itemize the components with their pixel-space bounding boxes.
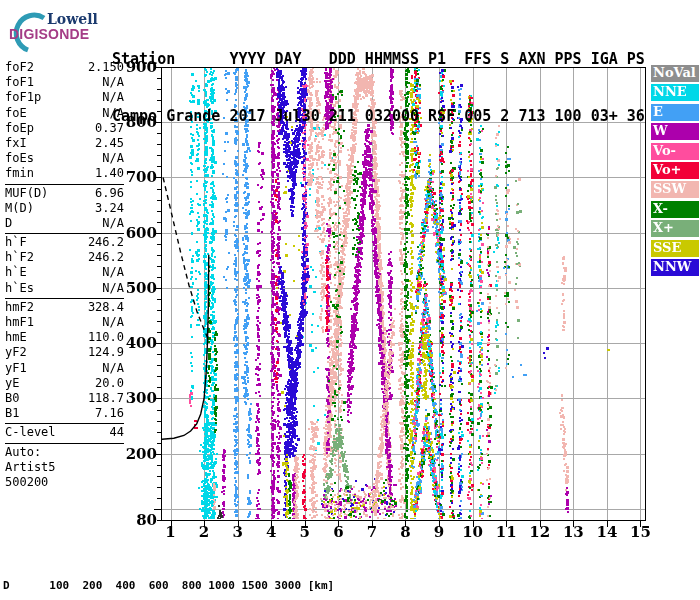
x-axis-label: 14 [592,524,622,540]
legend-item-vo: Vo+ [651,162,699,179]
legend-item-nne: NNE [651,84,699,101]
param-label: h`E [5,265,27,280]
param-row: yF2124.9 [5,345,124,360]
param-row: yE20.0 [5,376,124,391]
param-label: hmF2 [5,300,34,315]
param-row: foEsN/A [5,151,124,166]
x-axis-label: 13 [558,524,588,540]
param-label: D [5,216,12,231]
lowell-digisonde-logo: Lowell DIGISONDE [2,2,114,54]
param-label: h`Es [5,281,34,296]
y-axis-label: 800 [123,114,157,130]
param-separator [5,298,124,299]
param-value: 7.16 [95,406,124,421]
param-label: M(D) [5,201,34,216]
param-value: N/A [102,90,124,105]
param-row: hmE110.0 [5,330,124,345]
y-axis-label: 900 [123,59,157,75]
param-label: h`F [5,235,27,250]
x-axis-label: 2 [189,524,219,540]
param-label: hmF1 [5,315,34,330]
param-label: hmE [5,330,27,345]
x-axis-label: 1 [156,524,186,540]
param-value: N/A [102,216,124,231]
param-label: yF1 [5,361,27,376]
param-label: B0 [5,391,19,406]
param-row: foF22.150 [5,60,124,75]
param-value: 6.96 [95,186,124,201]
header-values-row: Campo Grande 2017 Jul30 211 032000 RSF 0… [112,107,645,126]
param-label: fmin [5,166,34,181]
param-label: fxI [5,136,27,151]
y-axis-label: 400 [123,335,157,351]
param-value: 1.40 [95,166,124,181]
param-footer-line: 500200 [5,475,124,490]
param-separator [5,443,124,444]
station-header: Station YYYY DAY DDD HHMMSS P1 FFS S AXN… [112,12,645,145]
y-axis-label: 500 [123,280,157,296]
param-value: 44 [110,425,124,440]
y-axis-label: 300 [123,390,157,406]
x-axis-label: 9 [424,524,454,540]
param-separator [5,184,124,185]
param-label: C-level [5,425,56,440]
param-row: MUF(D)6.96 [5,186,124,201]
footer-scales: D 100 200 400 600 800 1000 1500 3000 [km… [3,553,665,600]
param-value: 118.7 [88,391,124,406]
param-row: yF1N/A [5,361,124,376]
param-label: foF1p [5,90,41,105]
param-row: hmF2328.4 [5,300,124,315]
param-label: yE [5,376,19,391]
param-label: foF2 [5,60,34,75]
param-value: 2.45 [95,136,124,151]
param-row: fmin1.40 [5,166,124,181]
direction-color-legend: NoValNNEEWVo-Vo+SSWX-X+SSENNW [651,65,699,278]
param-value: N/A [102,281,124,296]
param-value: 3.24 [95,201,124,216]
param-value: 246.2 [88,250,124,265]
param-value: 20.0 [95,376,124,391]
legend-item-nnw: NNW [651,259,699,276]
param-value: 124.9 [88,345,124,360]
param-row: h`F2246.2 [5,250,124,265]
y-axis-label: 200 [123,446,157,462]
param-label: foE [5,106,27,121]
x-axis-label: 10 [458,524,488,540]
param-row: foEp0.37 [5,121,124,136]
param-footer-line: Auto: [5,445,124,460]
param-value: N/A [102,361,124,376]
legend-item-x: X+ [651,220,699,237]
y-axis-label: 80 [123,512,157,528]
param-value: 246.2 [88,235,124,250]
param-row: C-level44 [5,425,124,440]
x-axis-label: 15 [625,524,655,540]
x-axis-label: 12 [525,524,555,540]
param-row: fxI2.45 [5,136,124,151]
param-row: B0118.7 [5,391,124,406]
legend-item-vo: Vo- [651,143,699,160]
legend-item-noval: NoVal [651,65,699,82]
param-row: hmF1N/A [5,315,124,330]
legend-item-ssw: SSW [651,181,699,198]
param-label: foEs [5,151,34,166]
param-label: foF1 [5,75,34,90]
x-axis-label: 6 [323,524,353,540]
param-label: foEp [5,121,34,136]
param-value: N/A [102,151,124,166]
x-axis-label: 5 [290,524,320,540]
param-value: N/A [102,315,124,330]
param-value: N/A [102,265,124,280]
x-axis-label: 4 [256,524,286,540]
param-row: B17.16 [5,406,124,421]
d-scale-row: D 100 200 400 600 800 1000 1500 3000 [km… [3,579,665,592]
ionogram-app: { "logo": { "line1": "Lowell", "line2": … [0,0,700,600]
legend-item-e: E [651,104,699,121]
param-row: foF1N/A [5,75,124,90]
param-value: N/A [102,75,124,90]
x-axis-label: 7 [357,524,387,540]
y-axis-label: 600 [123,225,157,241]
param-separator [5,423,124,424]
header-columns-row: Station YYYY DAY DDD HHMMSS P1 FFS S AXN… [112,50,645,69]
param-row: M(D)3.24 [5,201,124,216]
param-row: h`F246.2 [5,235,124,250]
